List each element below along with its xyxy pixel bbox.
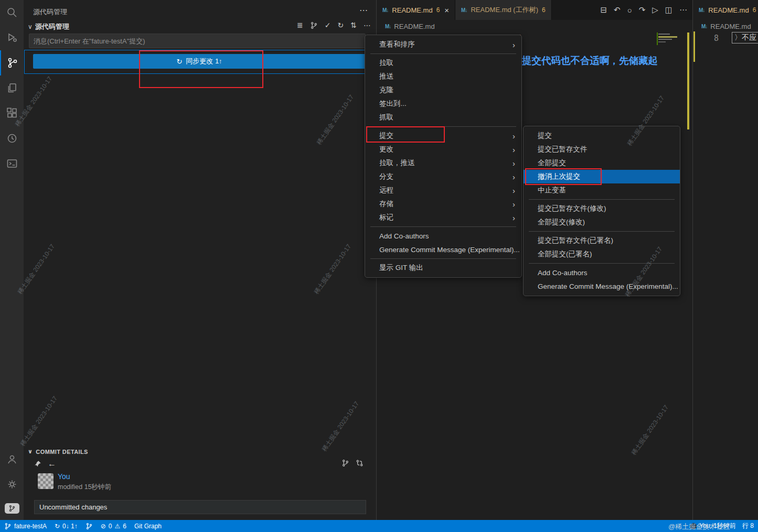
commit-details-tools-right [341, 459, 364, 467]
breadcrumb[interactable]: M↓ README.md [377, 20, 692, 32]
tab-readme-group2[interactable]: M↓ README.md 6 [693, 0, 758, 20]
close-icon[interactable]: × [444, 6, 449, 15]
submenu-item-abort-rebase[interactable]: 中止变基 [524, 183, 680, 197]
tab-readme[interactable]: M↓ README.md 6 × [377, 0, 455, 20]
menu-item-label: Generate Commit Message (Experimental)..… [538, 283, 678, 290]
more-actions-icon[interactable]: ⋯ [679, 5, 687, 15]
menu-item-label: 抓取 [379, 113, 393, 122]
menu-item-label: 提交 [379, 131, 393, 140]
submenu-item-commit-all[interactable]: 全部提交 [524, 156, 680, 170]
prev-change-icon[interactable]: ↶ [614, 5, 621, 15]
menu-item-label: 拉取，推送 [379, 158, 415, 168]
run-icon[interactable]: ▷ [652, 5, 658, 15]
open-preview-icon[interactable]: ⊟ [600, 5, 607, 15]
minimap-mark [658, 36, 677, 38]
commit-check-icon[interactable]: ✓ [325, 21, 331, 29]
commit-submenu: 提交 提交已暂存文件 全部提交 撤消上次提交 中止变基 提交已暂存文件(修改) … [523, 126, 680, 296]
line-number: 8 [714, 34, 719, 43]
menu-item-push[interactable]: 推送 [365, 70, 521, 83]
menu-item-fetch[interactable]: 抓取 [365, 111, 521, 124]
submenu-item-commit-staged-signed[interactable]: 提交已暂存文件(已署名) [524, 234, 680, 247]
settings-gear-icon[interactable] [0, 472, 24, 497]
submenu-item-generate-commit-message[interactable]: Generate Commit Message (Experimental)..… [524, 279, 680, 293]
menu-item-checkout-to[interactable]: 签出到... [365, 97, 521, 111]
tab-problems-badge: 6 [753, 6, 756, 14]
git-graph-button[interactable]: Git Graph [134, 523, 162, 530]
menu-item-label: 标记 [379, 213, 393, 222]
overview-ruler-modified-marks[interactable] [687, 32, 689, 129]
status-bar-right: You, 1秒钟前 行 8 [690, 522, 754, 530]
view-mode-icon[interactable]: ≣ [297, 21, 303, 29]
git-graph-indicator-icon[interactable] [0, 497, 24, 520]
change-indicator-icon[interactable]: ○ [627, 6, 632, 15]
split-editor-icon[interactable]: ◫ [665, 5, 672, 15]
branch-name: fature-testA [14, 523, 47, 530]
menu-separator [370, 53, 516, 54]
gitlens-icon[interactable] [0, 126, 24, 151]
back-arrow-icon[interactable]: ← [48, 459, 56, 469]
source-control-icon[interactable] [0, 50, 24, 75]
tab-label: README.md [392, 6, 432, 14]
submenu-item-add-co-authors[interactable]: Add Co-authors [524, 266, 680, 279]
menu-item-label: 全部提交(修改) [538, 218, 585, 227]
menu-item-remote[interactable]: 远程 › [365, 183, 521, 197]
menu-item-show-git-output[interactable]: 显示 GIT 输出 [365, 261, 521, 275]
markdown-file-icon: M↓ [382, 7, 388, 13]
source-control-section-header[interactable]: ∨ 源代码管理 [28, 22, 69, 31]
commit-details-header[interactable]: ∨ COMMIT DETAILS [28, 448, 88, 455]
menu-item-commit[interactable]: 提交 › [365, 129, 521, 143]
menu-separator [529, 231, 675, 232]
chevron-down-icon: ∨ [28, 448, 33, 455]
git-graph-status-icon[interactable] [86, 523, 93, 530]
menu-item-changes[interactable]: 更改 › [365, 143, 521, 156]
menu-item-add-co-authors[interactable]: Add Co-authors [365, 229, 521, 243]
menu-item-branch[interactable]: 分支 › [365, 170, 521, 183]
graph-icon[interactable] [310, 21, 318, 29]
uncommitted-changes-row[interactable]: Uncommitted changes [34, 500, 366, 514]
menu-item-tags[interactable]: 标记 › [365, 211, 521, 224]
submenu-item-undo-last-commit[interactable]: 撤消上次提交 [524, 170, 680, 183]
more-actions-icon[interactable]: ⋯ [364, 21, 371, 29]
explorer-icon[interactable] [0, 75, 24, 101]
menu-item-generate-commit-message[interactable]: Generate Commit Message (Experimental)..… [365, 243, 521, 256]
terminal-icon[interactable] [0, 151, 24, 176]
submenu-item-commit-staged-amend[interactable]: 提交已暂存文件(修改) [524, 202, 680, 215]
problems-status-item[interactable]: ⊘ 0 ⚠ 6 [101, 523, 126, 530]
refresh-icon[interactable]: ↻ [338, 21, 344, 29]
tab-bar: M↓ README.md 6 [693, 0, 758, 20]
commit-author-link[interactable]: You [58, 472, 70, 481]
sync-status-item[interactable]: ↻ 0↓ 1↑ [55, 523, 78, 530]
submenu-item-commit[interactable]: 提交 [524, 129, 680, 143]
tab-readme-working-tree[interactable]: M↓ README.md (工作树) 6 [455, 0, 552, 20]
menu-item-clone[interactable]: 克隆 [365, 83, 521, 97]
error-icon: ⊘ [101, 523, 106, 530]
breadcrumb-item: README.md [394, 23, 434, 30]
sort-swap-icon[interactable]: ⇅ [350, 21, 357, 29]
menu-item-label: 全部提交 [538, 158, 566, 168]
menu-item-pull-push[interactable]: 拉取，推送 › [365, 156, 521, 170]
submenu-item-commit-all-signed[interactable]: 全部提交(已署名) [524, 247, 680, 261]
next-change-icon[interactable]: ↷ [639, 5, 646, 15]
sync-changes-button[interactable]: ↻ 同步更改 1↑ [33, 54, 366, 69]
cursor-position-item[interactable]: 行 8 [742, 522, 754, 530]
gitlens-author-item[interactable]: You, 1秒钟前 [690, 522, 736, 530]
submenu-item-commit-staged[interactable]: 提交已暂存文件 [524, 143, 680, 156]
account-icon[interactable] [0, 447, 24, 472]
git-branch-icon[interactable] [341, 459, 349, 467]
submenu-item-commit-all-amend[interactable]: 全部提交(修改) [524, 215, 680, 229]
menu-item-view-and-sort[interactable]: 查看和排序 › [365, 38, 521, 51]
git-compare-icon[interactable] [356, 459, 364, 467]
pin-icon[interactable] [34, 460, 41, 468]
markdown-file-icon: M↓ [385, 24, 391, 29]
gitlens-status-icon [690, 523, 697, 529]
branch-status-item[interactable]: fature-testA [4, 523, 47, 530]
commit-message-input[interactable] [29, 34, 366, 48]
search-icon[interactable] [0, 0, 24, 25]
menu-item-stash[interactable]: 存储 › [365, 197, 521, 211]
menu-item-pull[interactable]: 拉取 [365, 56, 521, 70]
extensions-icon[interactable] [0, 101, 24, 126]
panel-more-icon[interactable]: ⋯ [359, 5, 368, 15]
breadcrumb[interactable]: M↓ README.md [693, 20, 758, 32]
run-debug-icon[interactable] [0, 25, 24, 50]
menu-item-label: 推送 [379, 72, 393, 81]
